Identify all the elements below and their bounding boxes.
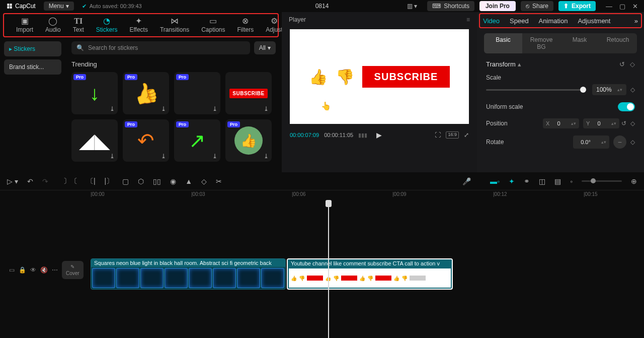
mute-icon[interactable]: 🔇: [40, 266, 48, 274]
layout-icon[interactable]: ▤: [554, 177, 561, 185]
minimize-icon[interactable]: —: [606, 3, 612, 10]
cover-button[interactable]: ✎Cover: [62, 261, 84, 279]
crop-tool[interactable]: ▢: [122, 177, 129, 185]
align-icon[interactable]: ◫: [539, 177, 545, 185]
tab-text[interactable]: TIText: [67, 17, 90, 33]
close-icon[interactable]: ✕: [632, 3, 638, 10]
download-icon[interactable]: ⤓: [110, 105, 115, 112]
trim-left-tool[interactable]: 〔|: [87, 177, 96, 186]
tab-transitions[interactable]: ⋈Transitions: [154, 17, 195, 33]
download-icon[interactable]: ⤓: [264, 153, 269, 160]
join-pro-button[interactable]: Join Pro: [479, 1, 516, 11]
tab-captions[interactable]: ▭Captions: [195, 17, 231, 33]
scale-slider[interactable]: [486, 89, 586, 91]
snap-icon[interactable]: ✦: [509, 177, 515, 185]
share-button[interactable]: ⎋ Share: [521, 1, 553, 11]
position-y-input[interactable]: Y0▴▾: [583, 118, 619, 128]
sticker-item[interactable]: Pro↓⤓: [71, 72, 118, 114]
transform-header[interactable]: Transform ▴↺◇: [486, 60, 635, 68]
download-icon[interactable]: ⤓: [161, 153, 166, 160]
tab-audio[interactable]: ◯Audio: [39, 17, 67, 33]
keyframe-icon[interactable]: ◇: [630, 60, 635, 68]
trim-right-tool[interactable]: |〕: [105, 177, 114, 186]
tab-import[interactable]: ▣Import: [10, 17, 39, 33]
sticker-item[interactable]: Pro⤓: [174, 72, 220, 114]
timeline-clip-2[interactable]: Youtube channel like comment subscribe C…: [287, 258, 453, 290]
fullscreen-icon[interactable]: ⤢: [464, 131, 469, 139]
pos-keyframe-icon[interactable]: ◇: [630, 120, 635, 127]
sticker-item[interactable]: Pro↶⤓: [123, 119, 169, 162]
player-menu-icon[interactable]: ≡: [466, 16, 470, 23]
sticker-item[interactable]: SUBSCRIBE⤓: [225, 72, 272, 114]
download-icon[interactable]: ⤓: [264, 105, 269, 112]
player-preview[interactable]: 👍 👎 SUBSCRIBE 👆: [290, 29, 469, 124]
zoom-slider[interactable]: [582, 180, 622, 182]
mask-tool[interactable]: ⬡: [138, 177, 144, 185]
play-button[interactable]: ▶: [376, 131, 382, 139]
undo-button[interactable]: ↶: [27, 177, 33, 185]
crop2-tool[interactable]: ✂: [216, 177, 222, 185]
rotate-dial[interactable]: –: [613, 136, 626, 149]
zoom-in-icon[interactable]: ⊕: [631, 177, 637, 185]
project-title[interactable]: 0814: [315, 3, 329, 10]
ptab-speed[interactable]: Speed: [510, 17, 529, 25]
tab-filters[interactable]: ⊗Filters: [231, 17, 260, 33]
thumbdown-icon: 👎: [336, 68, 354, 86]
rotate-input[interactable]: 0.0°▴▾: [573, 136, 609, 149]
mic-icon[interactable]: 🎤: [462, 177, 471, 185]
reset-icon[interactable]: ↺: [619, 60, 625, 68]
timeline-ruler[interactable]: |00:00 |00:03 |00:06 |00:09 |00:12 |00:1…: [70, 190, 644, 200]
scale-value[interactable]: 100%▴▾: [592, 84, 626, 95]
eye-icon[interactable]: 👁: [30, 266, 36, 274]
sticker-item[interactable]: Pro👍⤓: [123, 72, 169, 114]
ptab-adjustment[interactable]: Adjustment: [578, 17, 610, 25]
redo-button[interactable]: ↷: [42, 177, 48, 185]
more-track-icon[interactable]: ⋯: [52, 266, 58, 274]
compare-icon[interactable]: ⛶: [435, 131, 441, 139]
sticker-item[interactable]: ◢◣⤓: [71, 119, 118, 162]
download-icon[interactable]: ⤓: [161, 105, 166, 112]
subtab-basic[interactable]: Basic: [484, 33, 522, 53]
ptab-animation[interactable]: Animation: [539, 17, 568, 25]
rotate-tool[interactable]: ◇: [201, 177, 207, 185]
pointer-tool[interactable]: ▷ ▾: [7, 177, 18, 185]
sticker-item[interactable]: Pro👍⤓: [225, 119, 272, 162]
ptab-more-icon[interactable]: »: [634, 17, 638, 25]
download-icon[interactable]: ⤓: [212, 105, 217, 112]
shortcuts-button[interactable]: ⌨ Shortcuts: [427, 1, 474, 11]
download-icon[interactable]: ⤓: [110, 153, 115, 160]
download-icon[interactable]: ⤓: [212, 153, 217, 160]
sticker-item[interactable]: Pro↗⤓: [174, 119, 220, 162]
lock-icon[interactable]: 🔒: [19, 266, 26, 274]
playhead[interactable]: [328, 200, 329, 338]
tab-effects[interactable]: ✦Effects: [123, 17, 153, 33]
collapse-icon[interactable]: ▭: [9, 266, 15, 274]
timeline-clip-1[interactable]: Squares neon blue light in black hall ro…: [91, 258, 286, 290]
split-tool[interactable]: 〕〔: [63, 177, 77, 186]
position-x-input[interactable]: X0▴▾: [543, 118, 579, 128]
category-brand[interactable]: Brand stick...: [4, 59, 61, 75]
uniform-scale-toggle[interactable]: [618, 102, 635, 111]
filter-all-button[interactable]: All ▾: [254, 41, 276, 54]
group-tool[interactable]: ▯▯: [153, 177, 161, 185]
pos-reset-icon[interactable]: ↺: [621, 120, 626, 127]
zoom-out-icon[interactable]: ◦: [570, 177, 573, 185]
ptab-video[interactable]: Video: [483, 17, 500, 25]
mirror-tool[interactable]: ▲: [185, 177, 192, 185]
ratio-button[interactable]: ▥ ▾: [402, 1, 422, 11]
export-button[interactable]: ⬆ Export: [558, 1, 596, 11]
subtab-removebg[interactable]: Remove BG: [522, 33, 560, 53]
menu-button[interactable]: Menu▾: [44, 2, 74, 11]
magnet-icon[interactable]: ▬◦: [490, 177, 500, 185]
scale-keyframe-icon[interactable]: ◇: [630, 86, 635, 93]
tab-stickers[interactable]: ◔Stickers: [90, 17, 124, 33]
aspect-ratio[interactable]: 16:9: [446, 131, 459, 139]
search-input[interactable]: 🔍 Search for stickers: [71, 41, 250, 54]
subtab-mask[interactable]: Mask: [560, 33, 599, 53]
link-icon[interactable]: ⚭: [524, 177, 530, 185]
rot-keyframe-icon[interactable]: ◇: [630, 139, 635, 146]
maximize-icon[interactable]: ▢: [619, 3, 625, 10]
category-stickers[interactable]: Stickers: [4, 41, 61, 56]
speed-tool[interactable]: ◉: [170, 177, 176, 185]
subtab-retouch[interactable]: Retouch: [599, 33, 637, 53]
